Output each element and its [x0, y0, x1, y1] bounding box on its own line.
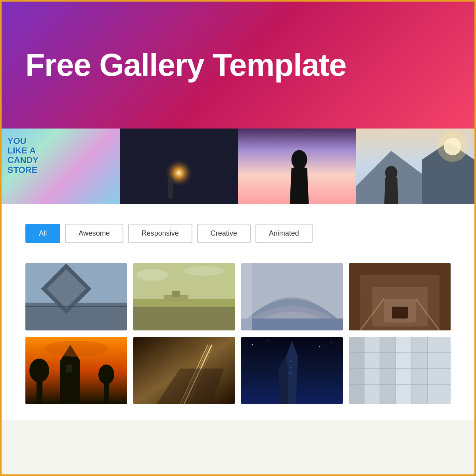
- svg-point-52: [319, 346, 321, 347]
- filter-all[interactable]: All: [25, 224, 60, 243]
- svg-rect-37: [66, 365, 72, 372]
- strip-image-1: YOULIKE ACANDYSTORE: [2, 129, 120, 204]
- svg-rect-18: [133, 307, 235, 330]
- svg-rect-58: [290, 372, 292, 374]
- hero-title: Free Gallery Template: [25, 48, 346, 83]
- svg-point-51: [268, 340, 269, 341]
- svg-point-10: [437, 131, 468, 162]
- filter-animated[interactable]: Animated: [255, 224, 313, 243]
- svg-point-21: [136, 269, 168, 281]
- svg-point-4: [292, 150, 307, 169]
- svg-rect-2: [168, 177, 173, 199]
- gallery-item-2[interactable]: [133, 263, 235, 330]
- gallery-grid: [25, 263, 451, 404]
- candy-store-text: YOULIKE ACANDYSTORE: [8, 136, 38, 175]
- filter-creative[interactable]: Creative: [197, 224, 251, 243]
- svg-rect-61: [364, 337, 380, 404]
- strip-image-4: [356, 129, 474, 204]
- filter-responsive[interactable]: Responsive: [128, 224, 192, 243]
- filter-buttons: All Awesome Responsive Creative Animated: [25, 224, 451, 243]
- svg-rect-62: [380, 337, 396, 404]
- svg-point-50: [252, 344, 253, 345]
- strip-image-2: [120, 129, 238, 204]
- image-strip: YOULIKE ACANDYSTORE: [2, 129, 474, 204]
- gallery-section: [2, 255, 474, 420]
- filter-awesome[interactable]: Awesome: [65, 224, 123, 243]
- gallery-item-7[interactable]: [241, 337, 343, 404]
- gallery-item-4[interactable]: [349, 263, 451, 330]
- svg-point-22: [184, 266, 224, 276]
- gallery-item-8[interactable]: [349, 337, 451, 404]
- strip-image-3: [238, 129, 356, 204]
- svg-rect-65: [428, 337, 451, 404]
- filter-section: All Awesome Responsive Creative Animated: [2, 204, 474, 255]
- svg-rect-56: [290, 361, 292, 362]
- gallery-item-6[interactable]: [133, 337, 235, 404]
- svg-rect-57: [290, 367, 292, 368]
- svg-point-41: [98, 365, 114, 384]
- svg-rect-20: [172, 291, 180, 297]
- svg-rect-24: [241, 319, 343, 330]
- svg-rect-31: [392, 307, 408, 319]
- gallery-item-5[interactable]: [25, 337, 127, 404]
- gallery-item-1[interactable]: [25, 263, 127, 330]
- svg-point-42: [44, 341, 108, 357]
- svg-rect-60: [349, 337, 364, 404]
- hero-banner: Free Gallery Template: [2, 2, 474, 129]
- svg-rect-64: [412, 337, 428, 404]
- svg-point-39: [29, 359, 49, 382]
- svg-point-53: [331, 342, 332, 343]
- svg-rect-63: [396, 337, 412, 404]
- gallery-item-3[interactable]: [241, 263, 343, 330]
- svg-rect-25: [241, 263, 252, 330]
- svg-point-1: [155, 146, 203, 194]
